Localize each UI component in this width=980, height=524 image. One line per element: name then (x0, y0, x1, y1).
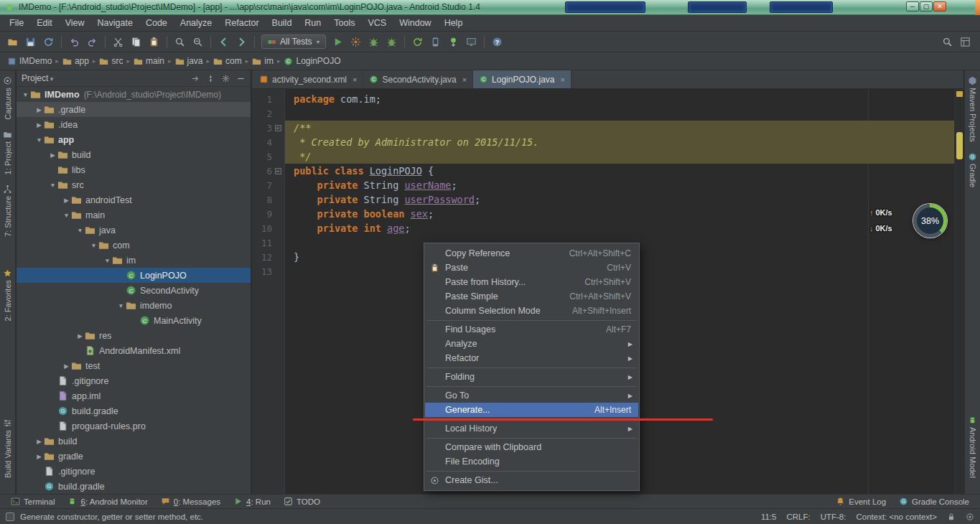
tree-arrow-icon[interactable]: ▼ (103, 257, 112, 264)
save-all-button[interactable] (22, 33, 39, 50)
undo-button[interactable] (65, 33, 83, 50)
debug-button[interactable] (365, 33, 383, 50)
tool-button-maven-projects[interactable]: Maven Projects (968, 76, 977, 142)
tree-item-app[interactable]: ▼app (17, 132, 251, 147)
tool-button-2-favorites[interactable]: 2: Favorites (3, 268, 12, 321)
breadcrumb-app[interactable]: app (61, 56, 90, 66)
toolwindow-button-todo[interactable]: TODO (277, 497, 327, 506)
tree-item-src[interactable]: ▼src (17, 177, 251, 192)
menu-code[interactable]: Code (139, 15, 174, 31)
help-button[interactable]: ? (488, 33, 506, 50)
breadcrumb-src[interactable]: src (98, 56, 124, 66)
code-line[interactable]: * Created by Administrator on 2015/11/15… (285, 135, 954, 149)
breadcrumb-imdemo[interactable]: IMDemo (6, 56, 53, 66)
close-tab-icon[interactable]: × (462, 75, 467, 84)
context-menu-item-analyze[interactable]: Analyze▶ (425, 337, 638, 351)
menu-edit[interactable]: Edit (30, 15, 59, 31)
close-tab-icon[interactable]: × (353, 75, 357, 84)
scroll-from-source-icon[interactable] (191, 74, 200, 83)
tree-arrow-icon[interactable]: ▶ (48, 151, 57, 159)
context-menu-item-go-to[interactable]: Go To▶ (425, 388, 638, 403)
cut-button[interactable] (109, 33, 127, 50)
code-line[interactable]: private boolean sex; (285, 207, 954, 221)
toolwindow-button-4-run[interactable]: 4: Run (227, 497, 277, 506)
breadcrumb-loginpojo[interactable]: CLoginPOJO (282, 56, 342, 66)
context-indicator[interactable]: Context: <no context> (856, 513, 937, 521)
tree-item-app-iml[interactable]: app.iml (17, 388, 251, 403)
menu-help[interactable]: Help (438, 15, 470, 31)
run-configuration-selector[interactable]: All Tests▼ (261, 34, 326, 49)
tree-arrow-icon[interactable]: ▶ (62, 197, 71, 204)
tree-arrow-icon[interactable]: ▶ (75, 332, 85, 340)
tree-item-proguard-rules-pro[interactable]: proguard-rules.pro (17, 418, 251, 434)
toolwindow-button-gradle-console[interactable]: GGradle Console (892, 497, 976, 506)
minimize-button[interactable]: ─ (906, 1, 919, 11)
menu-window[interactable]: Window (393, 15, 437, 31)
tree-item-secondactivity[interactable]: CSecondActivity (17, 283, 251, 298)
tree-arrow-icon[interactable]: ▼ (34, 136, 44, 144)
code-line[interactable] (285, 106, 954, 121)
paste-button[interactable] (145, 33, 163, 50)
coverage-button[interactable] (347, 33, 365, 50)
code-line[interactable]: private int age; (285, 221, 954, 235)
menu-navigate[interactable]: Navigate (91, 15, 139, 31)
tree-arrow-icon[interactable]: ▶ (34, 121, 44, 128)
sdk-manager-button[interactable] (444, 33, 462, 50)
tree-item-build[interactable]: ▶build (17, 147, 251, 162)
editor-tab-loginpojo-java[interactable]: CLoginPOJO.java× (473, 70, 571, 88)
toolwindow-layout-button[interactable] (956, 33, 974, 50)
menu-file[interactable]: File (3, 15, 30, 31)
close-button[interactable]: ✕ (933, 1, 946, 11)
avd-manager-button[interactable] (426, 33, 444, 50)
caret-position[interactable]: 11:5 (761, 513, 777, 521)
menu-refactor[interactable]: Refactor (218, 15, 265, 31)
tree-item-androidtest[interactable]: ▶androidTest (17, 192, 251, 207)
forward-button[interactable] (233, 33, 251, 50)
code-line[interactable]: public class LoginPOJO { (285, 164, 954, 178)
tool-button-captures[interactable]: Captures (3, 76, 12, 120)
find-button[interactable] (171, 33, 189, 50)
device-monitor-button[interactable] (462, 33, 480, 50)
context-menu-item-file-encoding[interactable]: File Encoding (425, 454, 638, 469)
target-icon[interactable] (966, 513, 974, 521)
menu-vcs[interactable]: VCS (361, 15, 393, 31)
tree-item-imdemo[interactable]: ▼IMDemo (F:\Android_studio\Project\IMDem… (17, 87, 251, 102)
menu-build[interactable]: Build (266, 15, 299, 31)
tree-item-res[interactable]: ▶res (17, 328, 251, 343)
toolwindow-button-event-log[interactable]: Event Log (829, 497, 892, 506)
context-menu-item-compare-with-clipboard[interactable]: Compare with Clipboard (425, 440, 638, 454)
toolwindow-button-6-android-monitor[interactable]: 6: Android Monitor (61, 497, 154, 506)
tree-arrow-icon[interactable]: ▼ (75, 227, 85, 234)
copy-button[interactable] (127, 33, 145, 50)
tree-item-im[interactable]: ▼im (17, 253, 251, 268)
line-separator[interactable]: CRLF: (786, 513, 810, 521)
code-line[interactable]: /** (285, 121, 954, 135)
tree-arrow-icon[interactable]: ▼ (62, 212, 71, 219)
context-menu-item-paste-from-history[interactable]: Paste from History...Ctrl+Shift+V (425, 275, 638, 289)
tree-item-build-gradle[interactable]: Gbuild.gradle (17, 479, 251, 494)
code-line[interactable]: private String userPassword; (285, 192, 954, 207)
tree-arrow-icon[interactable]: ▼ (89, 242, 98, 249)
tool-button-android-model[interactable]: Android Model (968, 416, 977, 478)
context-menu-item-copy-reference[interactable]: Copy ReferenceCtrl+Alt+Shift+C (425, 246, 638, 261)
context-menu-item-refactor[interactable]: Refactor▶ (425, 351, 638, 365)
context-menu-item-generate[interactable]: Generate...Alt+Insert (425, 403, 638, 417)
tool-button-gradle[interactable]: GGradle (968, 152, 977, 187)
project-panel-title[interactable]: Project (22, 73, 53, 83)
tree-item-build[interactable]: ▶build (17, 434, 251, 449)
attach-debugger-button[interactable] (383, 33, 401, 50)
tree-arrow-icon[interactable]: ▶ (62, 362, 71, 370)
gear-icon[interactable] (221, 74, 230, 83)
breadcrumb-com[interactable]: com (212, 56, 243, 66)
toolwindow-button-terminal[interactable]: Terminal (4, 497, 61, 506)
context-menu-item-create-gist[interactable]: Create Gist... (425, 473, 638, 487)
run-button[interactable] (329, 33, 347, 50)
context-menu-item-column-selection-mode[interactable]: Column Selection ModeAlt+Shift+Insert (425, 304, 638, 318)
tool-button-1-project[interactable]: 1: Project (3, 130, 12, 174)
search-everywhere-button[interactable] (938, 33, 956, 50)
tree-arrow-icon[interactable]: ▼ (21, 91, 30, 98)
back-button[interactable] (215, 33, 233, 50)
context-menu-item-paste-simple[interactable]: Paste SimpleCtrl+Alt+Shift+V (425, 289, 638, 304)
file-encoding[interactable]: UTF-8: (821, 513, 846, 521)
code-line[interactable]: package com.im; (285, 92, 954, 106)
